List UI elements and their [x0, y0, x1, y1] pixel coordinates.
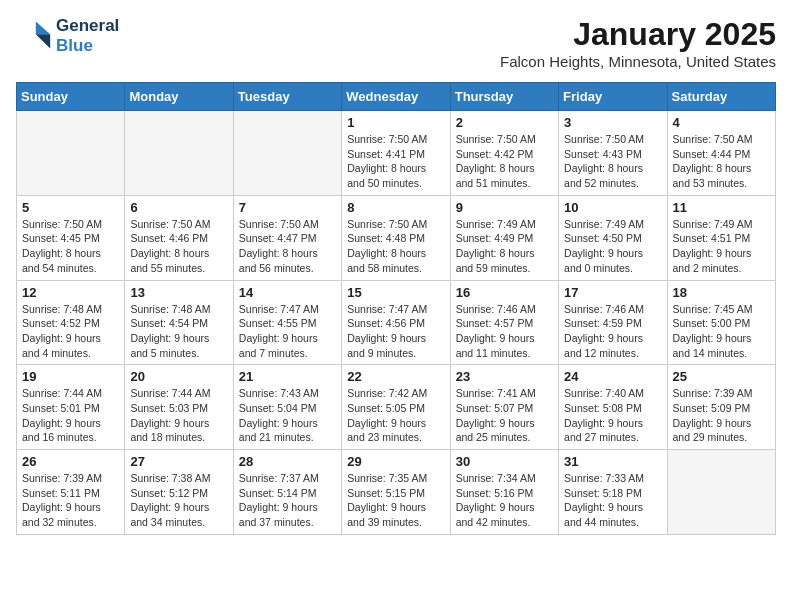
- calendar-cell: 18Sunrise: 7:45 AM Sunset: 5:00 PM Dayli…: [667, 280, 775, 365]
- week-row-1: 1Sunrise: 7:50 AM Sunset: 4:41 PM Daylig…: [17, 111, 776, 196]
- day-info: Sunrise: 7:50 AM Sunset: 4:45 PM Dayligh…: [22, 217, 119, 276]
- day-number: 10: [564, 200, 661, 215]
- day-info: Sunrise: 7:49 AM Sunset: 4:50 PM Dayligh…: [564, 217, 661, 276]
- calendar-cell: 23Sunrise: 7:41 AM Sunset: 5:07 PM Dayli…: [450, 365, 558, 450]
- calendar-cell: 6Sunrise: 7:50 AM Sunset: 4:46 PM Daylig…: [125, 195, 233, 280]
- day-info: Sunrise: 7:50 AM Sunset: 4:41 PM Dayligh…: [347, 132, 444, 191]
- calendar-cell: 20Sunrise: 7:44 AM Sunset: 5:03 PM Dayli…: [125, 365, 233, 450]
- day-info: Sunrise: 7:43 AM Sunset: 5:04 PM Dayligh…: [239, 386, 336, 445]
- day-number: 12: [22, 285, 119, 300]
- calendar-cell: 5Sunrise: 7:50 AM Sunset: 4:45 PM Daylig…: [17, 195, 125, 280]
- logo: General Blue: [16, 16, 119, 57]
- logo-text: General Blue: [56, 16, 119, 57]
- calendar-cell: 13Sunrise: 7:48 AM Sunset: 4:54 PM Dayli…: [125, 280, 233, 365]
- day-number: 25: [673, 369, 770, 384]
- day-number: 2: [456, 115, 553, 130]
- calendar-cell: 10Sunrise: 7:49 AM Sunset: 4:50 PM Dayli…: [559, 195, 667, 280]
- calendar-cell: 3Sunrise: 7:50 AM Sunset: 4:43 PM Daylig…: [559, 111, 667, 196]
- calendar-cell: 4Sunrise: 7:50 AM Sunset: 4:44 PM Daylig…: [667, 111, 775, 196]
- day-number: 20: [130, 369, 227, 384]
- weekday-header-tuesday: Tuesday: [233, 83, 341, 111]
- day-number: 13: [130, 285, 227, 300]
- day-info: Sunrise: 7:40 AM Sunset: 5:08 PM Dayligh…: [564, 386, 661, 445]
- weekday-header-monday: Monday: [125, 83, 233, 111]
- day-number: 21: [239, 369, 336, 384]
- day-info: Sunrise: 7:50 AM Sunset: 4:44 PM Dayligh…: [673, 132, 770, 191]
- day-number: 5: [22, 200, 119, 215]
- page-header: General Blue January 2025 Falcon Heights…: [16, 16, 776, 70]
- calendar-cell: 31Sunrise: 7:33 AM Sunset: 5:18 PM Dayli…: [559, 450, 667, 535]
- calendar-cell: 11Sunrise: 7:49 AM Sunset: 4:51 PM Dayli…: [667, 195, 775, 280]
- day-info: Sunrise: 7:47 AM Sunset: 4:56 PM Dayligh…: [347, 302, 444, 361]
- calendar-cell: 12Sunrise: 7:48 AM Sunset: 4:52 PM Dayli…: [17, 280, 125, 365]
- day-info: Sunrise: 7:50 AM Sunset: 4:48 PM Dayligh…: [347, 217, 444, 276]
- day-info: Sunrise: 7:42 AM Sunset: 5:05 PM Dayligh…: [347, 386, 444, 445]
- day-number: 16: [456, 285, 553, 300]
- day-info: Sunrise: 7:46 AM Sunset: 4:57 PM Dayligh…: [456, 302, 553, 361]
- day-number: 24: [564, 369, 661, 384]
- calendar-cell: 9Sunrise: 7:49 AM Sunset: 4:49 PM Daylig…: [450, 195, 558, 280]
- calendar-cell: 28Sunrise: 7:37 AM Sunset: 5:14 PM Dayli…: [233, 450, 341, 535]
- day-info: Sunrise: 7:50 AM Sunset: 4:47 PM Dayligh…: [239, 217, 336, 276]
- day-info: Sunrise: 7:44 AM Sunset: 5:01 PM Dayligh…: [22, 386, 119, 445]
- weekday-header-thursday: Thursday: [450, 83, 558, 111]
- calendar-cell: 22Sunrise: 7:42 AM Sunset: 5:05 PM Dayli…: [342, 365, 450, 450]
- day-number: 1: [347, 115, 444, 130]
- day-number: 19: [22, 369, 119, 384]
- calendar-cell: 7Sunrise: 7:50 AM Sunset: 4:47 PM Daylig…: [233, 195, 341, 280]
- calendar-cell: 24Sunrise: 7:40 AM Sunset: 5:08 PM Dayli…: [559, 365, 667, 450]
- weekday-header-sunday: Sunday: [17, 83, 125, 111]
- day-number: 31: [564, 454, 661, 469]
- day-number: 27: [130, 454, 227, 469]
- day-number: 14: [239, 285, 336, 300]
- weekday-header-saturday: Saturday: [667, 83, 775, 111]
- day-number: 26: [22, 454, 119, 469]
- week-row-2: 5Sunrise: 7:50 AM Sunset: 4:45 PM Daylig…: [17, 195, 776, 280]
- day-number: 23: [456, 369, 553, 384]
- calendar: SundayMondayTuesdayWednesdayThursdayFrid…: [16, 82, 776, 535]
- calendar-cell: 26Sunrise: 7:39 AM Sunset: 5:11 PM Dayli…: [17, 450, 125, 535]
- day-info: Sunrise: 7:50 AM Sunset: 4:43 PM Dayligh…: [564, 132, 661, 191]
- calendar-cell: 29Sunrise: 7:35 AM Sunset: 5:15 PM Dayli…: [342, 450, 450, 535]
- day-number: 15: [347, 285, 444, 300]
- calendar-cell: 16Sunrise: 7:46 AM Sunset: 4:57 PM Dayli…: [450, 280, 558, 365]
- day-info: Sunrise: 7:34 AM Sunset: 5:16 PM Dayligh…: [456, 471, 553, 530]
- calendar-cell: 19Sunrise: 7:44 AM Sunset: 5:01 PM Dayli…: [17, 365, 125, 450]
- month-title: January 2025: [500, 16, 776, 53]
- calendar-cell: 1Sunrise: 7:50 AM Sunset: 4:41 PM Daylig…: [342, 111, 450, 196]
- calendar-cell: 27Sunrise: 7:38 AM Sunset: 5:12 PM Dayli…: [125, 450, 233, 535]
- day-info: Sunrise: 7:37 AM Sunset: 5:14 PM Dayligh…: [239, 471, 336, 530]
- location: Falcon Heights, Minnesota, United States: [500, 53, 776, 70]
- day-info: Sunrise: 7:35 AM Sunset: 5:15 PM Dayligh…: [347, 471, 444, 530]
- day-info: Sunrise: 7:39 AM Sunset: 5:09 PM Dayligh…: [673, 386, 770, 445]
- title-block: January 2025 Falcon Heights, Minnesota, …: [500, 16, 776, 70]
- calendar-cell: 17Sunrise: 7:46 AM Sunset: 4:59 PM Dayli…: [559, 280, 667, 365]
- day-number: 9: [456, 200, 553, 215]
- day-number: 6: [130, 200, 227, 215]
- day-info: Sunrise: 7:39 AM Sunset: 5:11 PM Dayligh…: [22, 471, 119, 530]
- day-info: Sunrise: 7:33 AM Sunset: 5:18 PM Dayligh…: [564, 471, 661, 530]
- day-info: Sunrise: 7:50 AM Sunset: 4:42 PM Dayligh…: [456, 132, 553, 191]
- day-number: 29: [347, 454, 444, 469]
- calendar-cell: 25Sunrise: 7:39 AM Sunset: 5:09 PM Dayli…: [667, 365, 775, 450]
- day-number: 3: [564, 115, 661, 130]
- day-number: 7: [239, 200, 336, 215]
- logo-icon: [16, 18, 52, 54]
- day-number: 11: [673, 200, 770, 215]
- day-info: Sunrise: 7:49 AM Sunset: 4:51 PM Dayligh…: [673, 217, 770, 276]
- calendar-cell: 8Sunrise: 7:50 AM Sunset: 4:48 PM Daylig…: [342, 195, 450, 280]
- day-info: Sunrise: 7:38 AM Sunset: 5:12 PM Dayligh…: [130, 471, 227, 530]
- day-info: Sunrise: 7:50 AM Sunset: 4:46 PM Dayligh…: [130, 217, 227, 276]
- week-row-4: 19Sunrise: 7:44 AM Sunset: 5:01 PM Dayli…: [17, 365, 776, 450]
- week-row-3: 12Sunrise: 7:48 AM Sunset: 4:52 PM Dayli…: [17, 280, 776, 365]
- calendar-cell: 14Sunrise: 7:47 AM Sunset: 4:55 PM Dayli…: [233, 280, 341, 365]
- calendar-cell: [125, 111, 233, 196]
- calendar-cell: [667, 450, 775, 535]
- day-info: Sunrise: 7:48 AM Sunset: 4:52 PM Dayligh…: [22, 302, 119, 361]
- day-info: Sunrise: 7:44 AM Sunset: 5:03 PM Dayligh…: [130, 386, 227, 445]
- calendar-cell: [233, 111, 341, 196]
- weekday-header-row: SundayMondayTuesdayWednesdayThursdayFrid…: [17, 83, 776, 111]
- calendar-cell: 30Sunrise: 7:34 AM Sunset: 5:16 PM Dayli…: [450, 450, 558, 535]
- weekday-header-wednesday: Wednesday: [342, 83, 450, 111]
- weekday-header-friday: Friday: [559, 83, 667, 111]
